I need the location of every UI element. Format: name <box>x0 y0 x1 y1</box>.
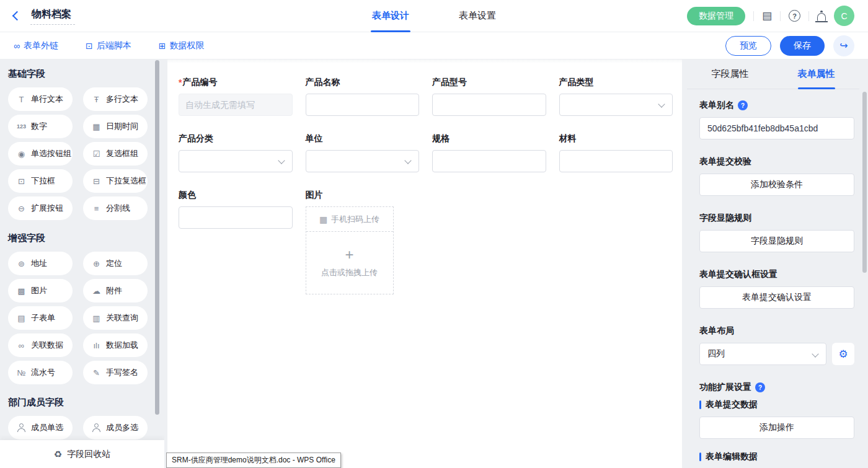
add-submit-action-button[interactable]: 添加操作 <box>699 417 854 439</box>
field-label: 产品型号 <box>432 77 546 88</box>
field-item-serial-number[interactable]: №流水号 <box>8 361 73 384</box>
user-avatar[interactable]: C <box>834 6 854 26</box>
product-category-select[interactable] <box>179 150 293 172</box>
save-button[interactable]: 保存 <box>780 36 825 56</box>
field-label: 产品分类 <box>179 133 293 144</box>
bar-chart-icon: ılı <box>91 342 102 350</box>
form-layout-select[interactable]: 四列 <box>699 343 826 365</box>
chevron-down-icon <box>812 350 818 357</box>
field-product-type[interactable]: 产品类型 <box>559 77 673 116</box>
material-input[interactable] <box>559 150 673 172</box>
field-material[interactable]: 材料 <box>559 133 673 172</box>
divider <box>808 11 809 21</box>
field-recycle-bin[interactable]: ♻ 字段回收站 <box>0 440 164 468</box>
field-item-single-line-text[interactable]: T单行文本 <box>8 87 73 111</box>
field-item-multi-dropdown[interactable]: ⊟下拉复选框 <box>83 169 148 193</box>
product-code-input[interactable] <box>179 94 293 116</box>
data-manage-button[interactable]: 数据管理 <box>687 7 745 25</box>
scan-upload-button[interactable]: ▦ 手机扫码上传 <box>306 207 393 232</box>
field-item-member-multi[interactable]: 成员多选 <box>83 416 148 439</box>
field-product-code[interactable]: *产品编号 <box>179 77 293 116</box>
window-scrollbar[interactable] <box>862 92 867 273</box>
spec-input[interactable] <box>432 150 546 172</box>
number-icon: 123 <box>16 124 27 130</box>
field-image-upload[interactable]: 图片 ▦ 手机扫码上传 + 点击或拖拽上传 <box>306 190 420 294</box>
drag-upload-area[interactable]: + 点击或拖拽上传 <box>306 232 393 294</box>
field-unit[interactable]: 单位 <box>306 133 420 172</box>
sidebar-scrollbar[interactable] <box>155 60 159 415</box>
form-layout-section: 表单布局 四列 ⚙ <box>699 325 854 365</box>
help-icon[interactable]: ? <box>789 10 800 22</box>
field-visibility-button[interactable]: 字段显隐规则 <box>699 230 854 252</box>
field-item-related-query[interactable]: ▥关联查询 <box>83 306 148 330</box>
tab-field-properties[interactable]: 字段属性 <box>687 60 773 89</box>
field-item-multi-line-text[interactable]: Ŧ多行文本 <box>83 87 148 111</box>
preview-button[interactable]: 预览 <box>725 36 771 56</box>
multi-line-text-icon: Ŧ <box>91 95 102 104</box>
product-model-input[interactable] <box>432 94 546 116</box>
field-item-datetime[interactable]: ▦日期时间 <box>83 115 148 138</box>
field-product-name[interactable]: 产品名称 <box>306 77 420 116</box>
panel-tabs: 字段属性 表单属性 <box>687 60 859 89</box>
tab-form-settings[interactable]: 表单设置 <box>456 0 498 32</box>
tab-form-properties[interactable]: 表单属性 <box>773 60 859 89</box>
field-visibility-section: 字段显隐规则 字段显隐规则 <box>699 213 854 252</box>
field-item-location[interactable]: ⊕定位 <box>83 252 148 275</box>
field-item-radio-group[interactable]: ◉单选按钮组 <box>8 142 73 166</box>
field-product-category[interactable]: 产品分类 <box>179 133 293 172</box>
field-item-signature[interactable]: ✎手写签名 <box>83 361 148 384</box>
product-name-input[interactable] <box>306 94 420 116</box>
app-header: 物料档案 表单设计 表单设置 数据管理 ▤ ? C <box>0 0 868 32</box>
page-title[interactable]: 物料档案 <box>30 7 75 25</box>
form-canvas[interactable]: *产品编号 产品名称 产品型号 产品类型 产品分类 单位 规格 材料 <box>167 60 682 468</box>
field-item-address[interactable]: ⊚地址 <box>8 252 73 275</box>
field-spec[interactable]: 规格 <box>432 133 546 172</box>
unit-select[interactable] <box>306 150 420 172</box>
field-label: 产品类型 <box>559 77 673 88</box>
field-item-data-load[interactable]: ılı数据加载 <box>83 333 148 357</box>
field-label: 颜色 <box>179 190 293 201</box>
field-item-dropdown[interactable]: ⊡下拉框 <box>8 169 73 193</box>
panel-body: 表单别名 ? 表单提交校验 添加校验条件 字段显隐规则 字段显隐规则 表单提交确… <box>687 89 868 468</box>
section-title-enhanced-fields: 增强字段 <box>8 232 164 244</box>
field-item-number[interactable]: 123数字 <box>8 115 73 138</box>
data-permission-button[interactable]: ⊞ 数据权限 <box>159 40 205 51</box>
backend-script-button[interactable]: ⊡ 后端脚本 <box>86 40 131 51</box>
question-icon[interactable]: ? <box>755 382 765 392</box>
field-item-checkbox-group[interactable]: ☑复选框组 <box>83 142 148 166</box>
field-item-subform[interactable]: ▤子表单 <box>8 306 73 330</box>
taskbar-tooltip: SRM-供应商管理demo说明文档.doc - WPS Office <box>166 453 341 468</box>
script-icon: ⊡ <box>86 41 93 51</box>
form-alias-input[interactable] <box>699 117 854 139</box>
field-product-model[interactable]: 产品型号 <box>432 77 546 116</box>
field-item-member-single[interactable]: 成员单选 <box>8 416 73 439</box>
tab-form-design[interactable]: 表单设计 <box>370 0 412 32</box>
divider-line-icon: ≡ <box>91 205 102 213</box>
field-item-related-data[interactable]: ∞关联数据 <box>8 333 73 357</box>
field-item-attachment[interactable]: ☁附件 <box>83 279 148 302</box>
section-title-member-fields: 部门成员字段 <box>8 397 164 408</box>
field-label: 材料 <box>559 133 673 144</box>
product-type-select[interactable] <box>559 94 673 116</box>
field-color[interactable]: 颜色 <box>179 190 293 294</box>
qr-code-icon: ▦ <box>319 214 327 224</box>
field-item-divider-line[interactable]: ≡分割线 <box>83 196 148 220</box>
form-validation-label: 表单提交校验 <box>699 156 854 167</box>
image-icon: ▩ <box>16 287 27 295</box>
field-label: 产品名称 <box>306 77 420 88</box>
contacts-icon[interactable]: ▤ <box>762 11 772 21</box>
field-item-image[interactable]: ▩图片 <box>8 279 73 302</box>
color-input[interactable] <box>179 206 293 229</box>
cloud-upload-icon: ☁ <box>91 287 102 295</box>
field-visibility-label: 字段显隐规则 <box>699 213 854 224</box>
divider <box>753 11 754 21</box>
question-icon[interactable]: ? <box>738 100 748 110</box>
form-external-link-button[interactable]: ∞ 表单外链 <box>14 40 58 51</box>
back-button[interactable] <box>14 12 20 19</box>
submit-confirm-button[interactable]: 表单提交确认设置 <box>699 286 854 309</box>
layout-settings-button[interactable]: ⚙ <box>832 343 854 365</box>
add-validation-button[interactable]: 添加校验条件 <box>699 174 854 196</box>
notification-bell-icon[interactable] <box>817 13 826 21</box>
field-item-extend-button[interactable]: ⊖扩展按钮 <box>8 196 73 220</box>
share-button[interactable]: ↪ <box>833 35 854 56</box>
